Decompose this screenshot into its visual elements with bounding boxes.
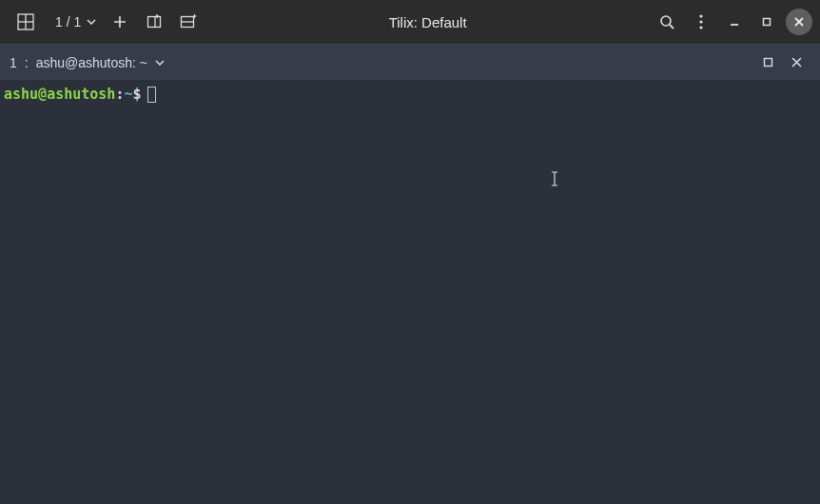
split-right-button[interactable] bbox=[138, 6, 170, 38]
mouse-text-cursor bbox=[551, 171, 553, 186]
terminal-tab-index: 1 bbox=[10, 55, 17, 70]
prompt-separator: : bbox=[115, 86, 124, 103]
new-session-button[interactable] bbox=[104, 6, 136, 38]
split-right-icon bbox=[146, 14, 162, 29]
titlebar: 1 / 1 Tilix: Default bbox=[0, 0, 820, 44]
plus-icon bbox=[113, 15, 127, 29]
terminal-cursor bbox=[147, 87, 156, 103]
close-icon bbox=[791, 57, 802, 68]
terminal-tab-title: ashu@ashutosh: ~ bbox=[36, 55, 147, 70]
split-down-icon bbox=[180, 14, 197, 29]
minimize-button[interactable] bbox=[721, 9, 748, 35]
search-button[interactable] bbox=[651, 6, 683, 38]
maximize-icon bbox=[763, 57, 773, 68]
tab-maximize-button[interactable] bbox=[753, 48, 782, 77]
chevron-down-icon bbox=[155, 60, 165, 66]
svg-rect-3 bbox=[148, 17, 161, 28]
terminal-viewport[interactable]: ashu@ashutosh:~$ bbox=[0, 80, 820, 504]
svg-rect-14 bbox=[764, 59, 771, 67]
prompt-line: ashu@ashutosh:~$ bbox=[4, 86, 816, 103]
svg-point-7 bbox=[661, 16, 671, 26]
svg-point-11 bbox=[699, 26, 702, 29]
maximize-button[interactable] bbox=[753, 9, 780, 35]
svg-line-8 bbox=[670, 25, 674, 29]
svg-point-9 bbox=[699, 14, 702, 17]
chevron-down-icon bbox=[87, 19, 96, 25]
split-down-button[interactable] bbox=[172, 6, 205, 38]
session-tabbar: 1: ashu@ashutosh: ~ bbox=[0, 44, 820, 80]
search-icon bbox=[659, 14, 674, 29]
prompt-symbol: $ bbox=[132, 86, 141, 103]
session-counter[interactable]: 1 / 1 bbox=[49, 8, 102, 36]
tab-close-button[interactable] bbox=[782, 48, 810, 77]
app-menu-icon[interactable] bbox=[11, 8, 40, 36]
close-button[interactable] bbox=[786, 9, 812, 35]
kebab-icon bbox=[699, 14, 703, 29]
prompt-path: ~ bbox=[124, 86, 132, 103]
window-title: Tilix: Default bbox=[206, 14, 649, 30]
prompt-user-host: ashu@ashutosh bbox=[4, 86, 115, 103]
svg-point-10 bbox=[699, 20, 702, 23]
maximize-icon bbox=[762, 17, 771, 27]
terminal-tab[interactable]: 1: ashu@ashutosh: ~ bbox=[10, 55, 165, 70]
close-icon bbox=[794, 17, 804, 27]
minimize-icon bbox=[730, 17, 739, 27]
svg-rect-13 bbox=[764, 19, 771, 26]
hamburger-menu-button[interactable] bbox=[685, 6, 717, 38]
session-counter-text: 1 / 1 bbox=[55, 14, 81, 29]
